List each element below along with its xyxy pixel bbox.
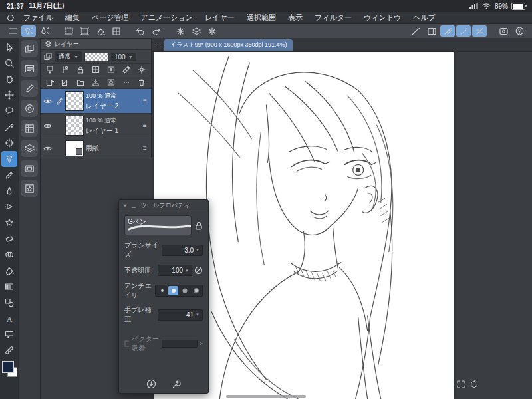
operate-cursor-tool[interactable]	[1, 39, 17, 55]
symmetry-icon[interactable]	[205, 25, 219, 37]
menu-view[interactable]: 表示	[282, 13, 309, 23]
create-mask-icon[interactable]	[106, 77, 116, 88]
settings-wrench-icon[interactable]	[171, 378, 182, 389]
vector-snap-checkbox[interactable]	[124, 340, 129, 347]
crosshair-select-tool[interactable]	[1, 135, 17, 151]
blend-mode-select[interactable]: 通常▼	[55, 51, 82, 62]
expand-chevron[interactable]: >	[200, 340, 203, 347]
color-swatches[interactable]	[1, 361, 17, 378]
redo-icon[interactable]	[149, 25, 164, 37]
layer-thumbnail[interactable]	[65, 116, 84, 136]
palette-material-star-icon[interactable]	[21, 180, 38, 197]
shape-tool[interactable]	[1, 295, 17, 311]
clip-studio-logo-icon[interactable]	[4, 13, 16, 23]
eraser-tool[interactable]	[1, 231, 17, 247]
pencil-tool[interactable]	[1, 167, 17, 183]
hamburger-menu-icon[interactable]	[5, 25, 20, 37]
menu-filter[interactable]: フィルター	[309, 13, 358, 23]
pen-tool[interactable]	[1, 151, 17, 167]
home-indicator[interactable]	[226, 395, 306, 398]
brush-tool[interactable]	[1, 183, 17, 199]
palette-layer-icon[interactable]	[21, 140, 38, 157]
document-tab[interactable]: イラスト99* (900 x 1600px 350dpi 191.4%)	[164, 39, 293, 51]
minimize-icon[interactable]: ＿	[131, 201, 137, 210]
foreground-color-swatch[interactable]	[2, 361, 14, 373]
fit-view-icon[interactable]	[456, 380, 466, 389]
tool-property-titlebar[interactable]: × ＿ ツールプロパティ	[119, 200, 208, 211]
new-raster-layer-icon[interactable]	[45, 77, 55, 88]
effects-sparkle-icon[interactable]	[173, 25, 188, 37]
deco-lines-icon[interactable]	[408, 25, 423, 37]
text-tool[interactable]: A	[1, 311, 17, 327]
antialias-strong-option[interactable]	[191, 286, 201, 295]
undo-icon[interactable]	[133, 25, 148, 37]
opacity-value-select[interactable]: 100▼	[111, 53, 136, 61]
delete-layer-icon[interactable]	[136, 77, 147, 88]
antialias-medium-option[interactable]	[180, 286, 190, 295]
snap-special-ruler-icon[interactable]	[456, 25, 471, 37]
layer-visibility-icon[interactable]	[43, 146, 53, 152]
palette-color-wheel-icon[interactable]	[21, 100, 38, 117]
merge-down-icon[interactable]	[90, 77, 101, 88]
move-layer-tool[interactable]	[1, 87, 17, 103]
palette-color-set-icon[interactable]	[21, 120, 38, 137]
layer-thumbnail[interactable]	[65, 91, 84, 111]
menu-edit[interactable]: 編集	[59, 13, 86, 23]
palette-tool-property-icon[interactable]	[21, 60, 38, 77]
lock-settings-icon[interactable]	[195, 221, 203, 230]
current-brush-tool-icon[interactable]	[37, 25, 52, 37]
fill-command-icon[interactable]	[93, 25, 108, 37]
current-subtool-preview[interactable]: Gペン	[124, 215, 192, 235]
opacity-input[interactable]: 100▼	[158, 265, 192, 276]
eyedropper-tool[interactable]	[1, 119, 17, 135]
menu-help[interactable]: ヘルプ	[407, 13, 442, 23]
snap-ruler-icon[interactable]	[440, 25, 455, 37]
close-icon[interactable]: ×	[123, 202, 127, 209]
transfer-down-icon[interactable]	[45, 65, 55, 75]
menu-file[interactable]: ファイル	[17, 13, 59, 23]
palette-subtool-icon[interactable]	[21, 40, 38, 57]
layer-mask-icon[interactable]	[106, 65, 116, 75]
layer-row-2[interactable]: 100 % 通常 レイヤー 2 ≡	[41, 89, 151, 114]
decoration-tool[interactable]	[1, 215, 17, 231]
brush-size-input[interactable]: 3.0▼	[162, 245, 203, 256]
zoom-tool[interactable]	[1, 55, 17, 71]
marquee-select-icon[interactable]	[61, 25, 76, 37]
lock-alpha-icon[interactable]	[90, 65, 101, 75]
new-folder-icon[interactable]	[75, 77, 86, 88]
gradient-tool[interactable]	[1, 279, 17, 295]
grid-icon[interactable]	[109, 25, 124, 37]
antialias-weak-option[interactable]	[168, 286, 178, 295]
layer-visibility-icon[interactable]	[43, 123, 53, 129]
opacity-slider[interactable]	[84, 53, 108, 61]
hand-tool[interactable]	[1, 71, 17, 87]
layer-visibility-icon[interactable]	[43, 98, 53, 104]
lasso-select-tool[interactable]	[1, 103, 17, 119]
current-pen-tool-icon[interactable]	[21, 25, 36, 37]
restore-defaults-icon[interactable]	[146, 378, 156, 389]
tabbar-menu-icon[interactable]	[154, 42, 162, 48]
menu-selection[interactable]: 選択範囲	[241, 13, 282, 23]
menu-layer[interactable]: レイヤー	[199, 13, 241, 23]
fill-bucket-tool[interactable]	[1, 263, 17, 279]
layer-row-1[interactable]: 100 % 通常 レイヤー 1 ≡	[41, 114, 151, 138]
blend-tool[interactable]	[1, 247, 17, 263]
stabilization-input[interactable]: 41▼	[158, 309, 203, 321]
antialias-none-option[interactable]	[157, 286, 167, 295]
panel-toggle-icon[interactable]	[424, 25, 439, 37]
new-vector-layer-icon[interactable]	[60, 77, 70, 88]
paper-thumbnail[interactable]	[65, 140, 84, 156]
snap-grid-icon[interactable]	[472, 25, 487, 37]
menu-animation[interactable]: アニメーション	[135, 13, 200, 23]
menu-window[interactable]: ウィンドウ	[358, 13, 407, 23]
layer-settings-icon[interactable]	[136, 65, 147, 75]
lock-layer-icon[interactable]	[75, 65, 86, 75]
rotate-view-icon[interactable]	[469, 380, 479, 389]
menu-page[interactable]: ページ管理	[86, 13, 135, 23]
opacity-circle-icon[interactable]	[194, 266, 203, 275]
ruler-layer-icon[interactable]	[121, 65, 132, 75]
ruler-tool[interactable]	[1, 342, 17, 358]
palette-dots-icon[interactable]	[121, 77, 132, 88]
palette-brush-size-icon[interactable]	[21, 80, 38, 97]
airbrush-tool[interactable]	[1, 199, 17, 215]
